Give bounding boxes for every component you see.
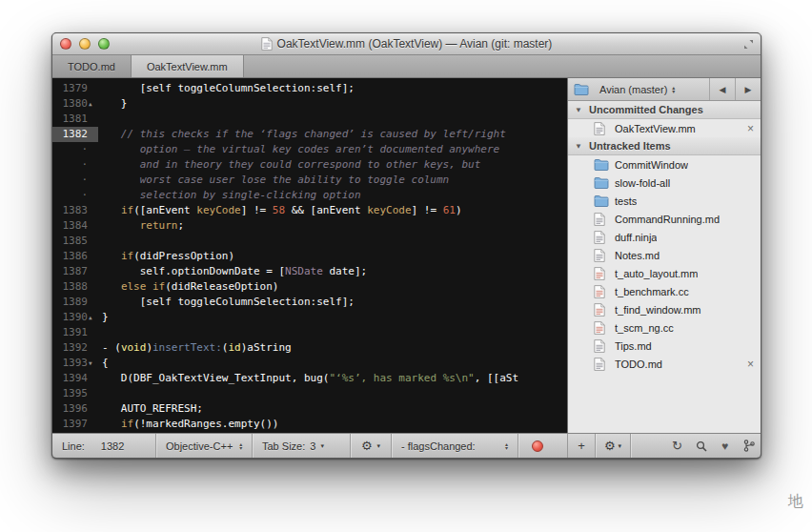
main-area: 1379 [self toggleColumnSelection:self];1… — [52, 78, 761, 433]
bundle-actions-button[interactable]: ⚙ ▾ — [351, 434, 391, 458]
title-bar[interactable]: OakTextView.mm (OakTextView) — Avian (gi… — [52, 33, 761, 55]
gutter-cell[interactable]: 1386 — [52, 249, 98, 264]
gutter-cell[interactable]: · — [52, 142, 98, 157]
code-line[interactable]: else if(didReleaseOption) — [98, 279, 567, 295]
gutter-cell[interactable]: 1385 — [52, 234, 98, 249]
gutter-cell[interactable]: 1383 — [52, 203, 98, 218]
language-selector[interactable]: Objective-C++ ▴▾ — [156, 434, 252, 458]
gutter-cell[interactable]: 1396 — [52, 401, 98, 417]
gutter-cell[interactable]: 1391 — [52, 325, 98, 340]
macro-record-button[interactable] — [532, 440, 543, 452]
gutter-cell[interactable]: 1393▼ — [52, 356, 98, 371]
section-uncommitted-changes[interactable]: ▼Uncommitted Changes — [568, 101, 761, 119]
refresh-button[interactable]: ↻ — [665, 434, 689, 458]
fullscreen-icon[interactable] — [743, 39, 754, 50]
gutter-cell[interactable]: 1388 — [52, 279, 98, 295]
code-line[interactable]: if(didPressOption) — [98, 249, 567, 264]
fold-up-icon[interactable]: ▲ — [88, 96, 98, 112]
tab-todo-md[interactable]: TODO.md — [52, 55, 132, 77]
code-line[interactable] — [98, 325, 567, 340]
code-line[interactable]: // this checks if the ‘flags changed’ is… — [98, 127, 567, 142]
disclosure-triangle-icon[interactable]: ▼ — [575, 106, 589, 114]
tab-oaktextview-mm[interactable]: OakTextView.mm — [132, 55, 244, 77]
file-item-t-find-window-mm[interactable]: t_find_window.mm — [568, 300, 761, 318]
code-line[interactable]: [self toggleColumnSelection:self]; — [98, 81, 567, 96]
gutter-cell[interactable]: · — [52, 173, 98, 188]
new-file-button[interactable]: + — [568, 434, 595, 458]
code-line[interactable]: if(!markedRanges.empty()) — [98, 417, 567, 432]
code-line[interactable]: D(DBF_OakTextView_TextInput, bug("‘%s’, … — [98, 371, 567, 386]
gutter-cell[interactable]: 1379 — [52, 81, 98, 96]
file-item-commandrunning-md[interactable]: CommandRunning.md — [568, 210, 761, 228]
file-item-oaktextview-mm[interactable]: OakTextView.mm× — [568, 119, 761, 137]
gutter-cell[interactable]: 1394 — [52, 371, 98, 386]
actions-gear-button[interactable]: ⚙ ▾ — [596, 434, 630, 458]
code-line[interactable]: { — [98, 356, 567, 371]
document-proxy-icon[interactable] — [261, 37, 273, 51]
gutter-cell[interactable]: 1390▲ — [52, 310, 98, 325]
code-line[interactable]: AUTO_REFRESH; — [98, 401, 567, 417]
scm-button[interactable] — [737, 434, 761, 458]
minimize-window-button[interactable] — [79, 38, 91, 50]
forward-button[interactable]: ▶ — [735, 78, 761, 100]
gutter-cell[interactable]: 1387 — [52, 264, 98, 279]
gutter-cell[interactable]: · — [52, 188, 98, 203]
code-line[interactable]: and in theory they could correspond to o… — [98, 157, 567, 173]
gutter-cell[interactable]: 1381 — [52, 112, 98, 127]
line-indicator[interactable]: Line: 1382 — [52, 434, 155, 458]
tab-size-selector[interactable]: Tab Size: 3 ▾ — [253, 434, 350, 458]
code-line[interactable]: [self toggleColumnSelection:self]; — [98, 295, 567, 310]
document-icon — [594, 212, 610, 226]
search-button[interactable] — [689, 434, 713, 458]
code-line[interactable]: self.optionDownDate = [NSDate date]; — [98, 264, 567, 279]
code-line[interactable]: if([anEvent keyCode] != 58 && [anEvent k… — [98, 203, 567, 218]
code-line[interactable]: } — [98, 310, 567, 325]
code-line[interactable]: - (void)insertText:(id)aString — [98, 340, 567, 356]
back-button[interactable]: ◀ — [709, 78, 735, 100]
gutter-cell[interactable]: · — [52, 157, 98, 173]
file-item-notes-md[interactable]: Notes.md — [568, 246, 761, 264]
zoom-window-button[interactable] — [98, 38, 110, 50]
gutter-cell[interactable]: 1397 — [52, 417, 98, 432]
code-line[interactable]: worst case user lose the ability to togg… — [98, 173, 567, 188]
code-line[interactable]: } — [98, 96, 567, 112]
code-line[interactable]: selection by single-clicking option — [98, 188, 567, 203]
disclosure-triangle-icon[interactable]: ▼ — [575, 142, 589, 151]
gutter-cell[interactable]: 1392 — [52, 340, 98, 356]
fold-down-icon[interactable]: ▼ — [88, 356, 98, 371]
file-item-t-scm-ng-cc[interactable]: t_scm_ng.cc — [568, 318, 761, 337]
file-list: ▼Uncommitted ChangesOakTextView.mm×▼Untr… — [568, 101, 761, 433]
code-line[interactable]: option — the virtual key codes aren’t do… — [98, 142, 567, 157]
gutter-cell[interactable]: 1382 — [52, 127, 98, 142]
file-item-slow-fold-all[interactable]: slow-fold-all — [568, 174, 761, 192]
file-item-t-benchmark-cc[interactable]: t_benchmark.cc — [568, 282, 761, 300]
file-item-commitwindow[interactable]: CommitWindow — [568, 155, 761, 174]
file-item-tests[interactable]: tests — [568, 192, 761, 210]
code-editor[interactable]: 1379 [self toggleColumnSelection:self];1… — [52, 78, 567, 433]
back-icon: ◀ — [720, 85, 726, 94]
favorites-button[interactable]: ♥ — [713, 434, 737, 458]
code-line[interactable] — [98, 112, 567, 127]
popup-stepper-icon[interactable]: ▴▾ — [672, 86, 675, 93]
fold-up-icon[interactable]: ▲ — [88, 310, 98, 325]
section-untracked-items[interactable]: ▼Untracked Items — [568, 137, 761, 155]
symbol-selector[interactable]: - flagsChanged: ▴▾ — [392, 434, 518, 458]
file-item-todo-md[interactable]: TODO.md× — [568, 355, 761, 373]
file-item-tips-md[interactable]: Tips.md — [568, 337, 761, 355]
document-icon — [594, 320, 610, 335]
file-item-duff-ninja[interactable]: duff.ninja — [568, 228, 761, 246]
file-item-t-auto-layout-mm[interactable]: t_auto_layout.mm — [568, 264, 761, 282]
gutter-cell[interactable]: 1384 — [52, 218, 98, 234]
gutter-cell[interactable]: 1395 — [52, 386, 98, 401]
branch-icon — [743, 440, 755, 452]
project-selector-label[interactable]: Avian (master) — [599, 84, 667, 95]
close-window-button[interactable] — [60, 38, 71, 50]
gutter-cell[interactable]: 1380▲ — [52, 96, 98, 112]
code-line[interactable] — [98, 234, 567, 249]
code-row: 1389 [self toggleColumnSelection:self]; — [52, 295, 567, 310]
close-file-icon[interactable]: × — [747, 123, 754, 134]
code-line[interactable] — [98, 386, 567, 401]
gutter-cell[interactable]: 1389 — [52, 295, 98, 310]
code-line[interactable]: return; — [98, 218, 567, 234]
close-file-icon[interactable]: × — [747, 358, 754, 370]
